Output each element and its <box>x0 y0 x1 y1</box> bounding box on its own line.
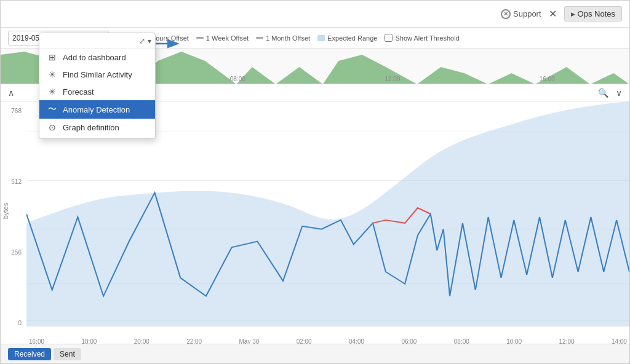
legend-1w-label: 1 Week Offset <box>206 34 249 42</box>
legend-box-expected <box>317 35 325 41</box>
mini-x-08: 08:00 <box>230 76 245 82</box>
mini-x-16: 16:00 <box>540 76 555 82</box>
collapse-icon: ∧ <box>8 88 14 98</box>
graph-def-label: Graph definition <box>63 123 119 132</box>
support-label: Support <box>513 9 541 18</box>
expand-icon[interactable]: ⤢ <box>139 37 145 46</box>
legend-dot-1w <box>196 37 204 39</box>
menu-item-add-to-dashboard[interactable]: ⊞ Add to dashboard <box>39 49 155 66</box>
legend-1m-label: 1 Month Offset <box>266 34 310 42</box>
graph-def-icon: ⊙ <box>47 122 58 132</box>
header: ✕ Support ✕ Ops Notes <box>1 1 629 28</box>
y-label-256: 256 <box>11 249 22 256</box>
forecast-icon: ✳ <box>47 87 58 97</box>
legend-1w: 1 Week Offset <box>196 34 249 42</box>
find-similar-icon: ✳ <box>47 69 58 79</box>
add-dashboard-icon: ⊞ <box>47 52 58 62</box>
menu-item-forecast[interactable]: ✳ Forecast <box>39 83 155 100</box>
tab-received[interactable]: Received <box>8 348 51 360</box>
y-axis: 768 512 256 0 <box>2 108 24 326</box>
more-button[interactable]: ∨ <box>616 88 622 98</box>
collapse-button[interactable]: ∧ <box>8 88 14 98</box>
more-icon: ∨ <box>616 88 622 98</box>
menu-item-graph-definition[interactable]: ⊙ Graph definition <box>39 119 155 136</box>
show-alert-checkbox[interactable] <box>385 34 393 42</box>
add-dashboard-label: Add to dashboard <box>63 53 126 62</box>
legend-dot-1m <box>256 37 263 39</box>
chevron-icon[interactable]: ▾ <box>148 37 151 46</box>
header-right: ✕ Support ✕ Ops Notes <box>501 6 622 22</box>
menu-item-find-similar[interactable]: ✳ Find Similar Activity <box>39 66 155 83</box>
ops-notes-label: Ops Notes <box>578 9 615 18</box>
dropdown-header: ⤢ ▾ <box>39 36 155 49</box>
bottom-tabs: Received Sent <box>1 344 629 363</box>
legend-expected-label: Expected Range <box>327 34 377 42</box>
y-label-512: 512 <box>11 178 22 185</box>
show-alert-label[interactable]: Show Alert Threshold <box>385 34 459 42</box>
anomaly-icon: 〜 <box>47 104 58 115</box>
show-alert-text: Show Alert Threshold <box>395 34 459 42</box>
dropdown-menu: ⤢ ▾ ⊞ Add to dashboard ✳ Find Similar Ac… <box>39 33 156 139</box>
legend-expected-range: Expected Range <box>317 34 377 42</box>
y-label-0: 0 <box>18 320 22 326</box>
menu-item-anomaly-detection[interactable]: 〜 Anomaly Detection <box>39 100 155 119</box>
support-button[interactable]: ✕ Support <box>501 9 541 19</box>
y-label-768: 768 <box>11 108 22 114</box>
support-icon: ✕ <box>501 9 511 19</box>
close-button[interactable]: ✕ <box>546 8 559 20</box>
mini-x-12: 12:00 <box>385 76 400 82</box>
search-button[interactable]: 🔍 <box>598 88 608 98</box>
tab-sent[interactable]: Sent <box>54 348 81 360</box>
legend-1m: 1 Month Offset <box>256 34 310 42</box>
forecast-label: Forecast <box>63 87 94 97</box>
search-icon: 🔍 <box>598 88 608 98</box>
find-similar-label: Find Similar Activity <box>63 70 132 79</box>
ops-notes-button[interactable]: Ops Notes <box>564 6 622 22</box>
anomaly-label: Anomaly Detection <box>63 105 130 114</box>
